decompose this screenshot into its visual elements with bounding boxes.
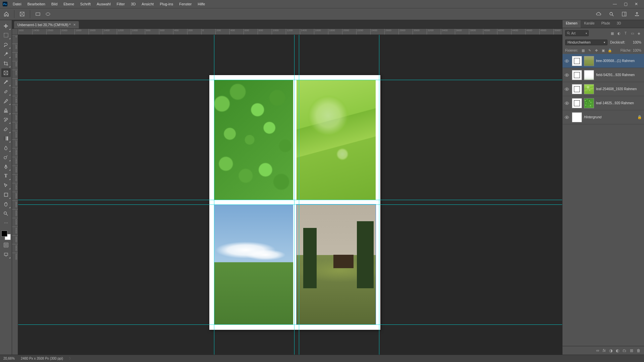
lock-icon[interactable]: 🔒	[637, 115, 642, 119]
frame-thumbnail[interactable]	[572, 84, 582, 94]
menu-image[interactable]: Bild	[49, 1, 60, 7]
guide-horizontal[interactable]	[18, 204, 562, 205]
guide-vertical[interactable]	[294, 35, 294, 355]
layer-fx-icon[interactable]: fx	[603, 348, 606, 353]
layer-row[interactable]: field-54291...920 Rahmen	[562, 68, 644, 82]
brush-tool[interactable]	[1, 97, 11, 105]
frame-cabin[interactable]	[297, 204, 376, 324]
frame-ellipse-icon[interactable]	[44, 10, 52, 18]
tab-3d[interactable]: 3D	[613, 20, 625, 28]
new-group-icon[interactable]: 🗀	[623, 348, 627, 353]
menu-view[interactable]: Ansicht	[139, 1, 156, 7]
frame-field[interactable]	[214, 204, 293, 324]
ruler-origin[interactable]	[12, 29, 18, 35]
layer-name[interactable]: leaf-14825...920 Rahmen	[596, 101, 634, 105]
new-adjust-icon[interactable]: ◐	[616, 348, 619, 353]
tab-layers[interactable]: Ebenen	[562, 20, 581, 28]
gradient-tool[interactable]	[1, 134, 11, 143]
frame-clover[interactable]	[214, 80, 293, 200]
visibility-icon[interactable]	[565, 101, 570, 106]
frame-thumbnail[interactable]	[572, 98, 582, 108]
guide-vertical[interactable]	[214, 35, 214, 355]
menu-layer[interactable]: Ebene	[61, 1, 77, 7]
close-button[interactable]: ✕	[631, 1, 641, 7]
pen-tool[interactable]	[1, 162, 11, 171]
history-brush-tool[interactable]	[1, 115, 11, 124]
artboard[interactable]	[209, 75, 380, 330]
eyedropper-tool[interactable]	[1, 78, 11, 86]
menu-type[interactable]: Schrift	[77, 1, 93, 7]
menu-select[interactable]: Auswahl	[94, 1, 113, 7]
menu-3d[interactable]: 3D	[128, 1, 138, 7]
maximize-button[interactable]: ▢	[621, 1, 631, 7]
viewport[interactable]	[18, 35, 562, 355]
edit-toolbar[interactable]: ⋯	[1, 219, 11, 227]
blend-mode-select[interactable]: Hindurchwirken▾	[565, 40, 607, 45]
search-icon[interactable]	[608, 10, 615, 18]
lock-pixels-icon[interactable]: ✎	[587, 48, 592, 53]
hand-tool[interactable]	[1, 200, 11, 208]
workspace-icon[interactable]	[621, 10, 628, 18]
minimize-button[interactable]: —	[610, 1, 620, 7]
guide-horizontal[interactable]	[18, 80, 562, 80]
frame-thumbnail[interactable]	[572, 56, 582, 66]
crop-tool[interactable]	[1, 59, 11, 68]
layer-row[interactable]: leaf-14825...920 Rahmen	[562, 96, 644, 110]
quickmask-tool[interactable]	[1, 241, 11, 249]
opacity-value[interactable]: 100%	[628, 41, 641, 44]
guide-vertical[interactable]	[379, 35, 379, 355]
ruler-horizontal[interactable]: 6002450250020001800160014001200100080060…	[18, 29, 562, 35]
wand-tool[interactable]	[1, 50, 11, 58]
lock-all-icon[interactable]: 🔒	[607, 48, 612, 53]
shape-tool[interactable]	[1, 190, 11, 199]
link-layers-icon[interactable]: ⬄	[596, 348, 599, 353]
filter-smart-icon[interactable]: ◈	[637, 31, 641, 36]
lock-transparency-icon[interactable]: ▩	[581, 48, 585, 53]
frame-leaf-drop[interactable]	[297, 80, 376, 200]
marquee-tool[interactable]	[1, 31, 11, 40]
guide-vertical[interactable]	[299, 35, 299, 355]
filter-type-icon[interactable]: T	[623, 31, 628, 36]
new-layer-icon[interactable]: ⊞	[630, 348, 633, 353]
layer-name[interactable]: Hintergrund	[584, 115, 601, 119]
guide-horizontal[interactable]	[18, 200, 562, 200]
type-tool[interactable]: T	[1, 172, 11, 180]
image-thumbnail[interactable]	[584, 84, 594, 94]
layer-row[interactable]: Hintergrund🔒	[562, 110, 644, 124]
layer-row[interactable]: tree-309568...(1) Rahmen	[562, 54, 644, 68]
document-tab[interactable]: Unbenannt-1 bei 20,7% (CMYK/8) * ×	[14, 21, 79, 28]
zoom-level[interactable]: 20,66%	[3, 357, 15, 360]
menu-window[interactable]: Fenster	[176, 1, 194, 7]
menu-plugins[interactable]: Plug-ins	[157, 1, 176, 7]
cloud-icon[interactable]	[595, 10, 602, 18]
menu-edit[interactable]: Bearbeiten	[25, 1, 48, 7]
tab-channels[interactable]: Kanäle	[581, 20, 598, 28]
screenmode-tool[interactable]	[1, 250, 11, 259]
layer-name[interactable]: tree-309568...(1) Rahmen	[596, 59, 635, 63]
close-icon[interactable]: ×	[73, 22, 75, 27]
statusbar-more-icon[interactable]: 〉	[69, 356, 72, 361]
share-icon[interactable]	[633, 10, 641, 18]
filter-shape-icon[interactable]: ▭	[630, 31, 635, 36]
frame-rect-icon[interactable]	[34, 10, 42, 18]
lock-position-icon[interactable]: ✥	[594, 48, 599, 53]
stamp-tool[interactable]	[1, 106, 11, 115]
guide-horizontal[interactable]	[18, 324, 562, 325]
menu-file[interactable]: Datei	[10, 1, 24, 7]
menu-filter[interactable]: Filter	[114, 1, 127, 7]
frame-thumbnail[interactable]	[572, 70, 582, 80]
image-thumbnail[interactable]	[584, 98, 594, 108]
layer-filter-kind[interactable]: Art ▾	[565, 30, 589, 36]
frame-tool-icon[interactable]	[18, 10, 26, 18]
zoom-tool[interactable]	[1, 209, 11, 218]
layer-row[interactable]: leaf-254608_1920 Rahmen	[562, 82, 644, 96]
lock-artboard-icon[interactable]: ▣	[601, 48, 605, 53]
lasso-tool[interactable]	[1, 40, 11, 49]
home-icon[interactable]	[3, 10, 10, 18]
color-swatches[interactable]	[1, 231, 11, 240]
tab-paths[interactable]: Pfade	[598, 20, 613, 28]
visibility-icon[interactable]	[565, 73, 570, 77]
visibility-icon[interactable]	[565, 59, 570, 63]
document-info[interactable]: 2480 Px x 3508 Px (300 ppi)	[21, 357, 63, 360]
layer-name[interactable]: leaf-254608_1920 Rahmen	[596, 87, 637, 91]
